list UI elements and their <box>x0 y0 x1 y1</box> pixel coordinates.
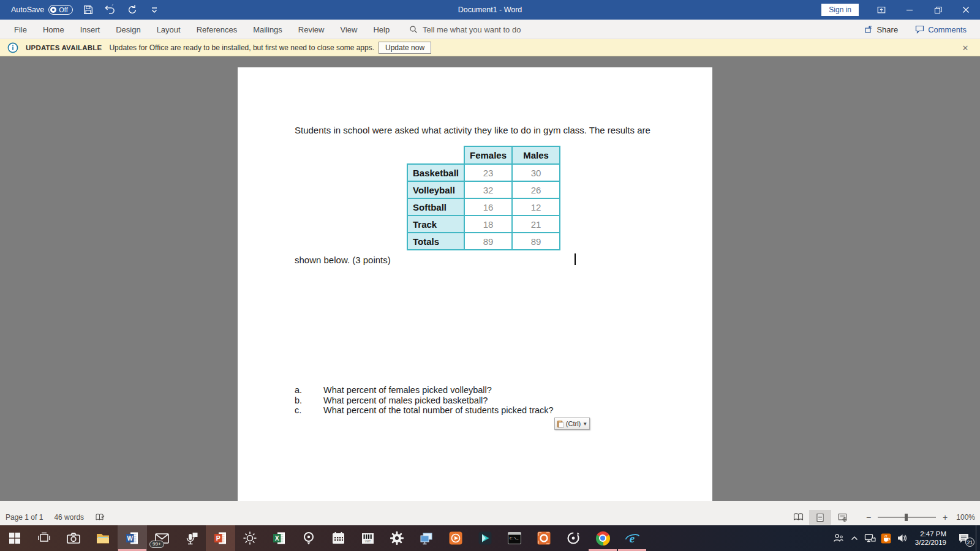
row-label-track[interactable]: Track <box>407 216 464 233</box>
word-count[interactable]: 46 words <box>48 510 89 525</box>
tab-design[interactable]: Design <box>108 20 148 39</box>
show-desktop-button[interactable] <box>976 525 980 551</box>
taskbar-settings-button[interactable] <box>382 525 412 551</box>
zoom-slider-handle[interactable] <box>905 514 908 521</box>
taskbar-camera-lens-button[interactable] <box>294 525 323 551</box>
question-letter[interactable]: b. <box>295 395 323 405</box>
document-page[interactable]: Students in school were asked what activ… <box>238 67 712 501</box>
ribbon-display-options-button[interactable] <box>867 0 895 20</box>
question-text[interactable]: What percent of males picked basketball? <box>323 395 488 405</box>
tab-mailings[interactable]: Mailings <box>245 20 290 39</box>
tab-file[interactable]: File <box>6 20 35 39</box>
intro-paragraph[interactable]: Students in school were asked what activ… <box>295 125 650 135</box>
notification-close-icon[interactable]: ✕ <box>957 39 974 56</box>
tab-review[interactable]: Review <box>290 20 333 39</box>
taskbar-media-player-button[interactable] <box>441 525 470 551</box>
java-update-icon <box>881 533 891 544</box>
taskbar-media-app-button[interactable] <box>470 525 500 551</box>
cell-value[interactable]: 23 <box>464 164 512 181</box>
tell-me-search[interactable]: Tell me what you want to do <box>409 20 521 39</box>
taskbar-vmt-button[interactable]: VMT <box>353 525 382 551</box>
save-button[interactable] <box>81 2 95 17</box>
zoom-level[interactable]: 100% <box>951 513 975 522</box>
print-layout-button[interactable] <box>809 510 831 525</box>
proofing-status-button[interactable] <box>89 510 110 525</box>
question-letter[interactable]: a. <box>295 385 323 395</box>
taskbar-task-view-button[interactable] <box>29 525 59 551</box>
cell-value[interactable]: 30 <box>512 164 560 181</box>
taskbar-camera-button[interactable] <box>59 525 88 551</box>
taskbar-record-dial-button[interactable] <box>559 525 588 551</box>
taskbar-chrome-button[interactable] <box>588 525 617 551</box>
taskbar-command-prompt-button[interactable]: C:\_ <box>500 525 529 551</box>
tab-layout[interactable]: Layout <box>149 20 189 39</box>
undo-button[interactable] <box>104 2 117 17</box>
cell-value[interactable]: 32 <box>464 181 512 198</box>
customize-quick-access-button[interactable] <box>148 2 161 17</box>
cell-value[interactable]: 89 <box>464 233 512 250</box>
results-table[interactable]: Females Males Basketball 23 30 Volleybal… <box>407 146 560 250</box>
zoom-slider[interactable] <box>878 517 936 518</box>
people-icon <box>833 533 844 543</box>
col-header-males[interactable]: Males <box>512 146 560 164</box>
cell-value[interactable]: 26 <box>512 181 560 198</box>
cell-value[interactable]: 16 <box>464 198 512 216</box>
taskbar-remote-desktop-button[interactable] <box>412 525 441 551</box>
cell-value[interactable]: 89 <box>512 233 560 250</box>
taskbar-mail-button[interactable]: 99+ <box>147 525 176 551</box>
taskbar-weather-button[interactable] <box>235 525 265 551</box>
comments-button[interactable]: Comments <box>908 23 974 37</box>
page-indicator[interactable]: Page 1 of 1 <box>0 510 48 525</box>
taskbar-calendar-button[interactable] <box>323 525 353 551</box>
paste-options-button[interactable]: (Ctrl) ▼ <box>554 418 590 430</box>
zoom-in-button[interactable]: + <box>940 512 951 522</box>
taskbar-internet-explorer-button[interactable]: e <box>617 525 647 551</box>
tray-java-update-button[interactable] <box>878 525 894 551</box>
share-button[interactable]: Share <box>857 23 905 37</box>
row-label-basketball[interactable]: Basketball <box>407 164 464 181</box>
zoom-out-button[interactable]: − <box>863 512 874 522</box>
question-text[interactable]: What percent of the total number of stud… <box>323 405 554 415</box>
row-label-softball[interactable]: Softball <box>407 198 464 216</box>
taskbar-powerpoint-button[interactable]: P <box>206 525 235 551</box>
taskbar-microphone-button[interactable] <box>176 525 206 551</box>
tab-insert[interactable]: Insert <box>72 20 108 39</box>
taskbar-screen-recorder-button[interactable] <box>529 525 559 551</box>
internet-explorer-icon: e <box>624 531 640 545</box>
tab-view[interactable]: View <box>332 20 365 39</box>
tray-network-button[interactable] <box>862 525 878 551</box>
close-button[interactable] <box>952 0 980 20</box>
taskbar-start-button[interactable] <box>0 525 29 551</box>
tray-volume-button[interactable] <box>894 525 910 551</box>
zoom-control: − + 100% <box>863 512 975 522</box>
tray-people-button[interactable] <box>831 525 846 551</box>
taskbar-excel-button[interactable]: X <box>265 525 294 551</box>
cell-value[interactable]: 18 <box>464 216 512 233</box>
text-cursor <box>575 253 576 265</box>
read-mode-button[interactable] <box>787 510 809 525</box>
update-now-button[interactable]: Update now <box>379 42 431 54</box>
web-layout-button[interactable] <box>831 510 853 525</box>
col-header-females[interactable]: Females <box>464 146 512 164</box>
redo-button[interactable] <box>126 2 139 17</box>
question-text[interactable]: What percent of females picked volleybal… <box>323 385 492 395</box>
tray-clock[interactable]: 2:47 PM 3/22/2019 <box>910 530 951 547</box>
tab-home[interactable]: Home <box>35 20 72 39</box>
tab-references[interactable]: References <box>189 20 245 39</box>
tray-action-center-button[interactable]: 21 <box>951 525 976 551</box>
minimize-button[interactable] <box>895 0 924 20</box>
taskbar-file-explorer-button[interactable] <box>88 525 118 551</box>
tray-hidden-icons-button[interactable] <box>846 525 862 551</box>
questions-list[interactable]: a. What percent of females picked volley… <box>295 385 554 416</box>
row-label-totals[interactable]: Totals <box>407 233 464 250</box>
tab-help[interactable]: Help <box>365 20 398 39</box>
restore-button[interactable] <box>924 0 952 20</box>
autosave-toggle[interactable]: AutoSave Off <box>11 5 73 15</box>
taskbar-word-button[interactable]: W <box>118 525 147 551</box>
cell-value[interactable]: 21 <box>512 216 560 233</box>
question-letter[interactable]: c. <box>295 405 323 415</box>
continuation-paragraph[interactable]: shown below. (3 points) <box>295 255 391 265</box>
sign-in-button[interactable]: Sign in <box>821 4 859 16</box>
cell-value[interactable]: 12 <box>512 198 560 216</box>
row-label-volleyball[interactable]: Volleyball <box>407 181 464 198</box>
